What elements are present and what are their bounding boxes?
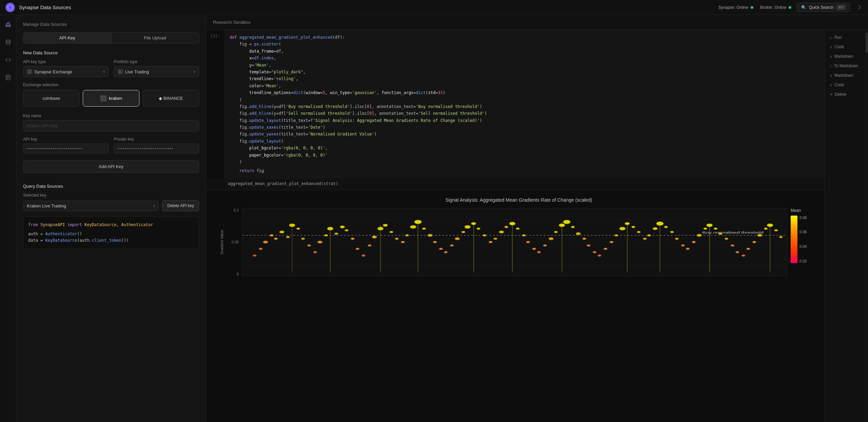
add-api-key-button[interactable]: Add API Key	[23, 160, 199, 173]
action-markdown-down-label: Markdown	[834, 73, 853, 78]
svg-point-82	[653, 227, 657, 230]
synapse-status: Synapse: Online	[718, 5, 753, 10]
square-icon: □	[830, 64, 832, 68]
key-name-input[interactable]	[23, 120, 199, 131]
svg-point-88	[686, 248, 690, 250]
svg-point-26	[345, 229, 348, 231]
theme-toggle-icon[interactable]: ☽	[854, 3, 863, 12]
svg-point-72	[598, 254, 601, 256]
legend-val-2: 0.06	[799, 230, 807, 234]
svg-point-89	[692, 241, 696, 243]
action-markdown-up-label: Markdown	[834, 54, 853, 59]
svg-point-29	[362, 254, 365, 256]
svg-point-22	[324, 234, 328, 236]
action-delete[interactable]: ✕ Delete	[828, 91, 863, 98]
svg-point-66	[563, 220, 570, 224]
action-to-markdown-label: To Markdown	[834, 63, 858, 68]
svg-point-38	[410, 225, 416, 228]
svg-point-48	[464, 225, 470, 228]
api-key-type-value: Synapse Exchange	[34, 69, 103, 74]
svg-point-94	[718, 233, 722, 235]
sidebar-icon-home[interactable]	[3, 19, 14, 30]
sidebar-icon-code[interactable]	[3, 54, 14, 65]
svg-point-67	[571, 226, 575, 228]
svg-point-45	[450, 244, 454, 246]
svg-point-20	[313, 251, 317, 253]
y-max: 0.1	[229, 208, 239, 212]
search-kbd: ⌘S	[836, 5, 846, 10]
svg-point-36	[401, 241, 405, 243]
exchange-icon: ⬡	[27, 69, 32, 74]
svg-point-40	[422, 227, 426, 230]
code-line: fig.add_hline(y=df['Buy normalised thres…	[230, 103, 819, 110]
action-code-down[interactable]: ∨ Code	[828, 81, 863, 88]
sidebar-icon-document[interactable]	[3, 72, 14, 83]
svg-point-50	[477, 227, 480, 230]
notebook-scrollbar[interactable]	[865, 30, 868, 422]
svg-point-34	[389, 231, 393, 233]
svg-point-93	[714, 227, 717, 230]
code-line: template="plotly_dark",	[230, 69, 819, 75]
quick-search-button[interactable]: 🔍 Quick Search ⌘S	[797, 3, 850, 12]
action-run[interactable]: ▷ Run	[828, 34, 863, 41]
private-key-input[interactable]	[114, 144, 199, 153]
portfolio-type-select[interactable]: ▷ Live Trading ▾	[114, 66, 199, 77]
action-code-down-label: Code	[834, 82, 844, 87]
exchange-kraken-btn[interactable]: ⬛ kraken	[83, 90, 139, 107]
svg-point-96	[731, 244, 734, 246]
svg-point-46	[455, 237, 460, 240]
query-title: Query Data Sources	[23, 184, 199, 189]
svg-point-27	[351, 238, 354, 240]
private-key-group: Private key	[114, 137, 199, 153]
svg-point-53	[494, 238, 497, 240]
code-line: trendline='rolling',	[230, 75, 819, 82]
api-key-input[interactable]	[23, 144, 109, 153]
svg-point-86	[675, 238, 679, 240]
code-line: fig = px.scatter(	[230, 41, 819, 48]
api-key-group: API key	[23, 137, 109, 153]
delete-api-key-button[interactable]: Delete API key	[162, 200, 199, 211]
delete-icon: ✕	[830, 92, 833, 97]
selected-key-select[interactable]: Kraken Live Trading ▾	[23, 201, 159, 211]
action-markdown-up[interactable]: ∧ Markdown	[828, 53, 863, 60]
sidebar-icons	[0, 15, 16, 422]
svg-point-28	[355, 248, 359, 250]
action-markdown-down[interactable]: ∨ Markdown	[828, 72, 863, 79]
selected-key-label: Selected key	[23, 193, 199, 198]
svg-point-17	[296, 227, 300, 230]
svg-point-55	[504, 226, 508, 228]
scrollbar-thumb[interactable]	[866, 33, 868, 53]
api-key-type-select[interactable]: ⬡ Synapse Exchange ▾	[23, 66, 109, 77]
svg-point-68	[576, 232, 581, 235]
svg-point-104	[774, 229, 778, 231]
svg-point-2	[6, 40, 10, 42]
svg-point-87	[681, 244, 685, 246]
tab-api-key[interactable]: API Key	[23, 33, 111, 43]
svg-point-64	[554, 231, 558, 233]
svg-point-60	[532, 248, 536, 250]
svg-point-41	[428, 234, 432, 237]
notebook-content: [3]: def aggregated_mean_gradient_plot_e…	[206, 30, 825, 422]
sidebar-icon-database[interactable]	[3, 37, 14, 48]
exchange-coinbase-btn[interactable]: coinbase	[23, 90, 79, 107]
code-snippet: from SynapseAPI import KeyDataSource, Au…	[23, 217, 199, 249]
svg-point-95	[725, 238, 728, 240]
svg-point-80	[643, 238, 647, 240]
chevron-up-icon-2: ∧	[830, 54, 832, 59]
code-line: plot_bgcolor='rgba(0, 0, 0, 0)',	[230, 145, 819, 151]
exchange-binance-btn[interactable]: ◆ BINANCE	[143, 90, 199, 107]
synapse-dot	[751, 6, 753, 9]
main-layout: Manage Data Sources API Key File Upload …	[0, 15, 868, 422]
action-to-markdown[interactable]: □ To Markdown	[828, 62, 863, 69]
new-data-source-title: New Data Source	[23, 50, 199, 55]
action-code-up[interactable]: ∧ Code	[828, 43, 863, 50]
portfolio-type-group: Portfolio type ▷ Live Trading ▾	[114, 59, 199, 77]
right-panel: Research Sandbox [3]: def aggregated_mea…	[206, 15, 868, 422]
cell-output: aggregated_mean_gradient_plot_enhanced(s…	[206, 179, 825, 190]
svg-point-90	[697, 234, 701, 237]
svg-point-31	[372, 236, 377, 238]
svg-point-35	[395, 238, 399, 240]
svg-point-30	[368, 244, 371, 246]
status-bar: Synapse: Online Broker: Online	[718, 5, 791, 10]
tab-file-upload[interactable]: File Upload	[111, 33, 199, 43]
